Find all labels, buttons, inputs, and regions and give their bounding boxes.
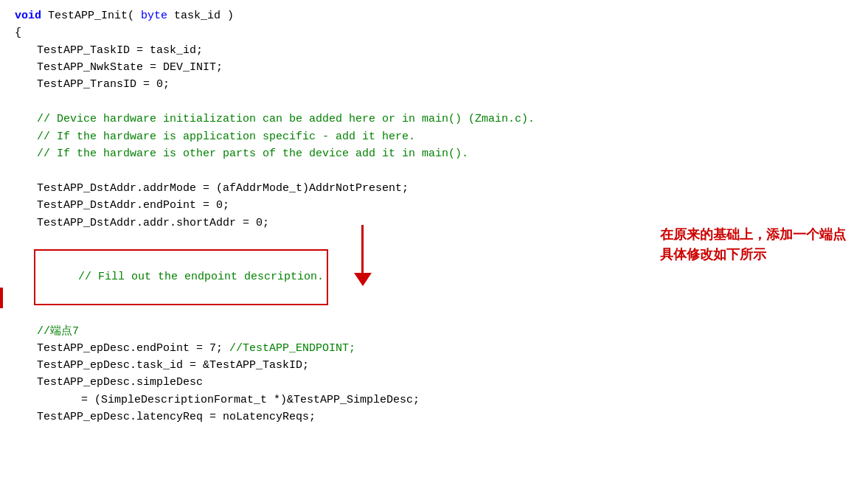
code-line-2: { — [15, 24, 868, 41]
arrow-line — [361, 225, 364, 277]
code-text: TestAPP_DstAddr.addr.shortAddr = — [37, 215, 256, 232]
type-byte: byte — [141, 7, 167, 24]
code-comment: // Fill out the endpoint description. — [78, 271, 324, 283]
code-text: TestAPP_epDesc.task_id = &TestAPP_TaskID… — [37, 357, 309, 374]
keyword-void: void — [15, 7, 41, 24]
code-comment-chinese: //端点7 — [37, 323, 79, 340]
code-text: TestAPP_DstAddr.addrMode = (afAddrMode_t… — [37, 180, 409, 197]
code-container: void TestAPP_Init( byte task_id ) { Test… — [0, 0, 868, 483]
code-comment: // If the hardware is other parts of the… — [37, 145, 468, 162]
code-text: task_id ) — [167, 7, 234, 24]
code-text: TestAPP_NwkState = DEV_INIT; — [37, 59, 223, 76]
empty-line-6 — [15, 93, 868, 111]
code-line-9: // If the hardware is other parts of the… — [15, 145, 868, 162]
code-text: TestAPP_epDesc.endPoint = 7; — [37, 340, 229, 357]
code-line-1: void TestAPP_Init( byte task_id ) — [15, 7, 868, 24]
code-text: { — [15, 24, 21, 41]
code-line-18: TestAPP_epDesc.endPoint = 7; //TestAPP_E… — [15, 340, 868, 357]
code-line-22: TestAPP_epDesc.latencyReq = noLatencyReq… — [15, 409, 868, 425]
code-line-8: // If the hardware is application specif… — [15, 128, 868, 145]
code-line-20: TestAPP_epDesc.simpleDesc — [15, 374, 868, 391]
code-text: ; — [223, 197, 229, 214]
annotation-box: 在原来的基础上，添加一个端点 具体修改如下所示 — [660, 225, 846, 265]
code-text: TestAPP_DstAddr.endPoint = — [37, 197, 216, 214]
code-comment: // If the hardware is application specif… — [37, 128, 415, 145]
code-text: TestAPP_TaskID = task_id; — [37, 42, 203, 59]
empty-line-16 — [15, 305, 868, 323]
code-line-5: TestAPP_TransID = 0; — [15, 76, 868, 93]
annotation-line1: 在原来的基础上，添加一个端点 — [660, 225, 846, 245]
code-line-19: TestAPP_epDesc.task_id = &TestAPP_TaskID… — [15, 357, 868, 374]
code-comment: //TestAPP_ENDPOINT; — [229, 340, 355, 357]
code-text: TestAPP_TransID = — [37, 76, 156, 93]
highlighted-comment: // Fill out the endpoint description. — [34, 249, 328, 305]
code-line-11: TestAPP_DstAddr.addrMode = (afAddrMode_t… — [15, 180, 868, 197]
code-num: 0 — [216, 197, 223, 214]
left-red-bar — [0, 288, 3, 308]
code-num: 0 — [156, 76, 163, 93]
empty-line-10 — [15, 162, 868, 180]
code-text: TestAPP_epDesc.latencyReq = noLatencyReq… — [37, 409, 316, 425]
code-line-12: TestAPP_DstAddr.endPoint = 0; — [15, 197, 868, 214]
code-line-7: // Device hardware initialization can be… — [15, 111, 868, 128]
code-line-4: TestAPP_NwkState = DEV_INIT; — [15, 59, 868, 76]
arrow-head — [354, 273, 372, 286]
code-line-21: = (SimpleDescriptionFormat_t *)&TestAPP_… — [15, 392, 868, 409]
code-line-3: TestAPP_TaskID = task_id; — [15, 42, 868, 59]
code-comment: // Device hardware initialization can be… — [37, 111, 535, 128]
code-num: 0 — [256, 215, 263, 232]
code-text: ; — [263, 215, 269, 232]
code-text: TestAPP_Init( — [41, 7, 141, 24]
code-text: = (SimpleDescriptionFormat_t *)&TestAPP_… — [81, 392, 420, 409]
annotation-line2: 具体修改如下所示 — [660, 245, 846, 265]
code-text: TestAPP_epDesc.simpleDesc — [37, 374, 203, 391]
code-line-17: //端点7 — [15, 323, 868, 340]
code-text: ; — [163, 76, 170, 93]
